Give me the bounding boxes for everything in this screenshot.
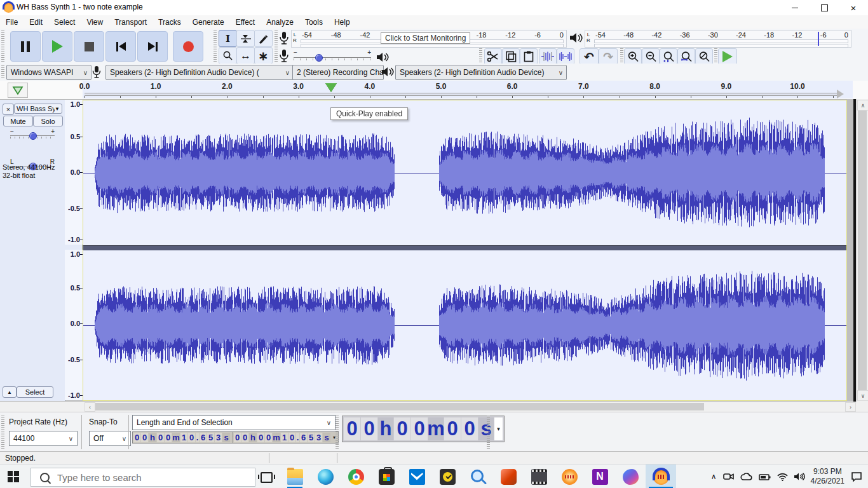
time-cell[interactable]: 6 xyxy=(200,433,207,442)
recording-channels-dropdown[interactable]: 2 (Stereo) Recording Chann∨ xyxy=(292,65,384,80)
time-cell[interactable]: 0 xyxy=(394,417,410,440)
menu-item[interactable]: Transport xyxy=(109,18,153,27)
minimize-button[interactable] xyxy=(780,0,810,15)
time-cell[interactable]: . xyxy=(296,433,299,442)
trim-audio-button[interactable] xyxy=(539,48,557,65)
scrub-bar[interactable] xyxy=(85,93,839,96)
time-cell[interactable]: 0 xyxy=(461,417,478,440)
toolbar-grip[interactable] xyxy=(1,30,4,62)
time-cell[interactable]: m xyxy=(428,417,444,440)
record-button[interactable] xyxy=(173,31,203,62)
scroll-down-button[interactable]: ∨ xyxy=(857,390,868,401)
record-meter-mic-icon[interactable] xyxy=(278,31,290,45)
mute-button[interactable]: Mute xyxy=(3,116,33,126)
track-title-dropdown[interactable]: WH Bass Sy ▼ xyxy=(14,104,62,114)
onenote-taskbar-button[interactable] xyxy=(585,464,615,488)
playback-meter-speaker-icon[interactable] xyxy=(569,32,583,44)
menu-item[interactable]: Help xyxy=(329,18,356,27)
redo-button[interactable]: ↷ xyxy=(599,48,618,65)
time-cell[interactable]: h xyxy=(378,417,393,440)
wifi-icon[interactable] xyxy=(777,473,788,481)
onedrive-icon[interactable] xyxy=(740,473,753,481)
envelope-tool-button[interactable] xyxy=(236,30,255,47)
draw-tool-button[interactable] xyxy=(254,30,273,47)
time-cell[interactable]: 0 xyxy=(265,433,272,442)
chrome-taskbar-button[interactable] xyxy=(341,464,371,488)
taskbar-clock[interactable]: 9:03 PM 4/26/2021 xyxy=(811,467,844,486)
time-cell[interactable]: s xyxy=(222,433,230,442)
toolbar-grip[interactable] xyxy=(275,30,278,62)
action-center-icon[interactable] xyxy=(850,471,863,482)
menu-item[interactable]: Tracks xyxy=(153,18,187,27)
playback-meter[interactable]: LR -54-48-42-36-30-24-18-12-60 xyxy=(585,30,851,48)
magnifier-taskbar-button[interactable] xyxy=(463,464,493,488)
multi-tool-button[interactable]: ∗ xyxy=(254,47,273,64)
track-collapse-button[interactable]: ▲ xyxy=(3,386,17,398)
play-button[interactable] xyxy=(42,31,72,62)
time-cell[interactable]: h xyxy=(149,433,156,442)
toolbar-grip[interactable] xyxy=(487,416,490,449)
tray-expand-icon[interactable]: ∧ xyxy=(711,472,717,481)
time-shift-tool-button[interactable]: ↔ xyxy=(236,47,255,64)
time-cell[interactable]: . xyxy=(196,433,199,442)
scroll-left-button[interactable]: ‹ xyxy=(85,402,95,412)
volume-icon[interactable] xyxy=(794,472,805,481)
toolbar-grip[interactable] xyxy=(479,48,482,64)
menu-item[interactable]: Generate xyxy=(187,18,230,27)
zoom-tool-button[interactable] xyxy=(219,47,237,64)
toolbar-grip[interactable] xyxy=(336,416,339,449)
time-cell[interactable]: 3 xyxy=(315,433,322,442)
toolbar-grip[interactable] xyxy=(214,30,217,62)
time-cell[interactable]: 3 xyxy=(215,433,222,442)
time-cell[interactable]: 1 xyxy=(281,433,288,442)
time-cell[interactable]: 6 xyxy=(300,433,307,442)
output-device-dropdown[interactable]: Speakers (2- High Definition Audio Devic… xyxy=(395,65,567,80)
playback-device-dropdown[interactable]: Speakers (2- High Definition Audio Devic… xyxy=(105,65,294,80)
time-cell[interactable]: 0 xyxy=(444,417,461,440)
snap-to-dropdown[interactable]: Off∨ xyxy=(89,431,131,446)
vertical-scroll-thumb[interactable] xyxy=(858,111,867,390)
copy-button[interactable] xyxy=(502,48,520,65)
timeline-ruler[interactable]: 0.01.02.03.04.05.06.07.08.09.010.0 xyxy=(83,81,853,98)
taskbar-search[interactable] xyxy=(31,468,255,487)
timefield-dropdown-icon[interactable]: ▾ xyxy=(494,417,503,440)
time-cell[interactable]: 0 xyxy=(257,433,264,442)
scroll-right-button[interactable]: › xyxy=(845,402,856,412)
close-button[interactable]: × xyxy=(839,0,868,15)
time-cell[interactable]: 0 xyxy=(133,433,140,442)
start-button[interactable] xyxy=(8,471,13,476)
toolbar-grip[interactable] xyxy=(620,48,623,64)
microsoft-store-taskbar-button[interactable] xyxy=(371,464,402,488)
toolbar-grip[interactable] xyxy=(714,48,717,64)
slider-thumb[interactable] xyxy=(315,54,323,62)
pause-button[interactable] xyxy=(10,31,41,62)
waveform-left-channel[interactable] xyxy=(83,100,846,245)
time-cell[interactable]: 0 xyxy=(288,433,295,442)
stop-button[interactable] xyxy=(74,31,104,62)
time-cell[interactable]: s xyxy=(323,433,330,442)
monitor-hint[interactable]: Click to Start Monitoring xyxy=(381,32,470,44)
task-view-button[interactable] xyxy=(261,472,273,483)
edge-taskbar-button[interactable] xyxy=(310,464,341,488)
video-editor-taskbar-button[interactable] xyxy=(524,464,554,488)
time-cell[interactable]: m xyxy=(273,433,280,442)
toolbar-grip[interactable] xyxy=(1,65,4,79)
gain-thumb[interactable] xyxy=(29,132,37,140)
time-cell[interactable]: h xyxy=(249,433,257,442)
paste-button[interactable] xyxy=(520,48,538,65)
vertical-ruler-right-channel[interactable]: 1.00.50.0-0.5-1.0 xyxy=(65,250,83,400)
norton-taskbar-button[interactable] xyxy=(432,464,463,488)
silence-audio-button[interactable] xyxy=(557,48,574,65)
paint-3d-taskbar-button[interactable] xyxy=(615,464,646,488)
time-cell[interactable]: 0 xyxy=(361,417,377,440)
track-select-button[interactable]: Select xyxy=(17,386,53,398)
zoom-in-button[interactable] xyxy=(624,48,642,65)
menu-item[interactable]: Select xyxy=(48,18,81,27)
recording-volume-slider[interactable]: − + xyxy=(294,50,371,64)
audio-app-taskbar-button[interactable] xyxy=(554,464,585,488)
waveform-right-channel[interactable] xyxy=(83,250,846,400)
vertical-scrollbar[interactable]: ∧ ∨ xyxy=(856,99,868,402)
audacity-taskbar-button[interactable] xyxy=(646,464,676,488)
time-cell[interactable]: 0 xyxy=(141,433,148,442)
undo-button[interactable]: ↶ xyxy=(580,48,599,65)
